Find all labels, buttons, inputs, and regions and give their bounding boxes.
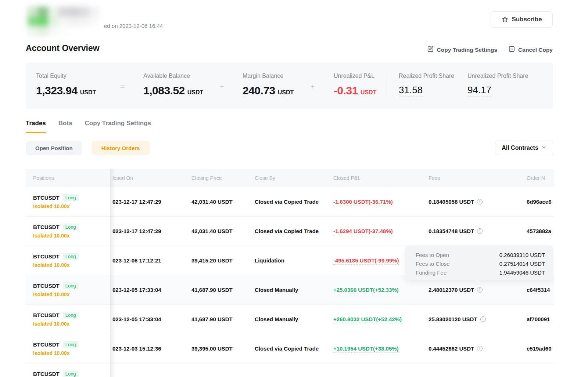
close-by: Closed via Copied Trade <box>249 345 326 352</box>
symbol: BTCUSDT <box>33 224 60 230</box>
copied-date-text: ed on 2023-12-06 16:44 <box>104 23 163 29</box>
fees-breakdown-tooltip: Fees to Open 0.26039310 USDT Fees to Clo… <box>405 246 553 280</box>
margin-mode: Isolated 10.00x <box>33 262 110 268</box>
fee-info-icon[interactable] <box>477 346 483 351</box>
order-no: c519ad60 <box>524 345 554 352</box>
close-by: Liquidation <box>249 257 326 264</box>
closing-price: 42,031.40 USDT <box>186 199 249 205</box>
margin-mode: Isolated 10.00x <box>33 203 110 209</box>
stats-divider <box>387 72 387 100</box>
closed-pnl[interactable]: -1.6294 USDT(-37.48%) <box>333 228 393 235</box>
tab-trades[interactable]: Trades <box>26 120 46 133</box>
copy-trading-settings-label: Copy Trading Settings <box>437 47 497 53</box>
closed-pnl[interactable]: +260.8032 USDT(+52.42%) <box>333 316 402 323</box>
close-by: Closed via Copied Trade <box>249 228 326 234</box>
plus-operator: + <box>220 83 224 91</box>
closing-price: 41,687.90 USDT <box>186 287 249 293</box>
stat-total-equity: Total Equity 1,323.94USDT <box>36 73 96 97</box>
trades-toolbar: Open Position History Orders <box>26 141 150 155</box>
fees-value: 0.18354748 USDT <box>429 228 474 234</box>
fee-row: Fees to Close 0.27514014 USDT <box>416 260 545 268</box>
subscribe-label: Subscribe <box>512 16 542 23</box>
main-tabs: Trades Bots Copy Trading Settings <box>26 120 151 133</box>
fee-label: Fees to Close <box>416 261 450 267</box>
table-header-row: Positions losed On Closing Price Close B… <box>26 169 554 187</box>
margin-mode: Isolated 10.00x <box>33 291 110 297</box>
fee-row: Funding Fee 1.94459046 USDT <box>416 268 545 277</box>
account-stats-card: Total Equity 1,323.94USDT = Available Ba… <box>26 62 553 109</box>
symbol: BTCUSDT <box>33 283 60 289</box>
fees-value: 0.44452662 USDT <box>429 345 474 352</box>
stat-realized-profit-share: Realized Profit Share 31.58 <box>399 73 454 97</box>
fee-info-icon[interactable] <box>477 287 483 293</box>
col-header-close-by: Close By <box>249 175 326 181</box>
fees-value: 25.83020120 USDT <box>429 316 477 322</box>
equals-operator: = <box>121 83 125 91</box>
fee-row: Fees to Open 0.26039310 USDT <box>416 251 545 259</box>
fee-label: Funding Fee <box>416 269 447 276</box>
symbol: BTCUSDT <box>33 312 60 318</box>
closing-price: 39,415.20 USDT <box>186 257 249 264</box>
history-orders-button[interactable]: History Orders <box>92 141 150 155</box>
closed-on: 023-12-06 17:12:21 <box>110 257 186 264</box>
col-header-fees: Fees <box>419 175 524 181</box>
table-row-partial: BTCUSDTLong Isolated 10.00x <box>26 363 554 377</box>
closed-pnl[interactable]: +10.1954 USDT(+38.05%) <box>333 345 399 353</box>
col-header-closing-price: Closing Price <box>186 175 249 181</box>
symbol: BTCUSDT <box>33 371 60 377</box>
closed-on: 023-12-17 12:47:29 <box>110 228 186 234</box>
side-badge: Long <box>63 312 79 319</box>
symbol: BTCUSDT <box>33 253 60 260</box>
side-badge: Long <box>63 253 79 260</box>
table-row: BTCUSDTLong Isolated 10.00x 023-12-03 15… <box>26 334 554 363</box>
stat-available-balance: Available Balance 1,083.52USDT <box>143 73 203 97</box>
fee-info-icon[interactable] <box>480 316 486 322</box>
fee-info-icon[interactable] <box>477 228 483 234</box>
cancel-copy-action[interactable]: Cancel Copy <box>508 46 553 54</box>
fee-info-icon[interactable] <box>477 199 483 204</box>
fees-value: 2.48012370 USDT <box>429 287 474 293</box>
order-no: 6d96ace6 <box>524 199 554 205</box>
stat-unrealized-pnl: Unrealized P&L -0.31USDT <box>334 73 376 97</box>
table-row: BTCUSDTLong Isolated 10.00x 023-12-17 12… <box>26 217 554 246</box>
page-title: Account Overview <box>26 43 100 53</box>
contracts-filter-label: All Contracts <box>502 145 538 151</box>
tooltip-caret <box>474 280 481 283</box>
open-position-button[interactable]: Open Position <box>26 141 82 155</box>
order-no: af700091 <box>524 316 554 322</box>
contracts-filter-dropdown[interactable]: All Contracts <box>495 141 553 155</box>
tab-copy-trading-settings[interactable]: Copy Trading Settings <box>85 120 151 133</box>
close-by: Closed Manually <box>249 287 326 293</box>
overview-actions: Copy Trading Settings Cancel Copy <box>427 46 553 54</box>
subscribe-button[interactable]: Subscribe <box>491 11 553 28</box>
margin-mode: Isolated 10.00x <box>33 233 110 239</box>
table-row: BTCUSDTLong Isolated 10.00x 023-12-17 12… <box>26 187 554 217</box>
fee-value: 1.94459046 USDT <box>499 269 545 276</box>
col-header-order-no: Order N <box>524 175 554 181</box>
minus-square-icon <box>508 46 515 54</box>
stat-margin-balance: Margin Balance 240.73USDT <box>243 73 294 97</box>
margin-mode: Isolated 10.00x <box>33 321 110 327</box>
edit-icon <box>427 46 434 54</box>
chevron-down-icon <box>541 145 546 151</box>
order-no: c64f5314 <box>524 287 554 293</box>
side-badge: Long <box>63 341 79 348</box>
closed-pnl[interactable]: +25.0366 USDT(+52.33%) <box>333 287 399 294</box>
closing-price: 41,687.90 USDT <box>186 316 249 322</box>
copy-trading-settings-action[interactable]: Copy Trading Settings <box>427 46 497 54</box>
fee-label: Fees to Open <box>416 252 449 258</box>
tab-bots[interactable]: Bots <box>58 120 72 133</box>
side-badge: Long <box>63 370 79 377</box>
cancel-copy-label: Cancel Copy <box>518 47 553 53</box>
symbol: BTCUSDT <box>33 341 60 348</box>
history-orders-table: Positions losed On Closing Price Close B… <box>26 169 554 377</box>
col-header-closed-on: losed On <box>110 175 186 181</box>
trader-avatar[interactable] <box>28 7 100 36</box>
closed-pnl[interactable]: -1.6300 USDT(-36.71%) <box>333 199 393 206</box>
fees-value: 0.18405058 USDT <box>429 199 474 205</box>
closed-on: 023-12-03 15:12:36 <box>110 345 186 352</box>
closed-pnl[interactable]: -495.6185 USDT(-99.99%) <box>333 257 399 265</box>
side-badge: Long <box>63 282 79 289</box>
closed-on: 023-12-05 17:33:04 <box>110 287 186 293</box>
stat-unrealized-profit-share: Unrealized Profit Share 94.17 <box>467 73 528 97</box>
